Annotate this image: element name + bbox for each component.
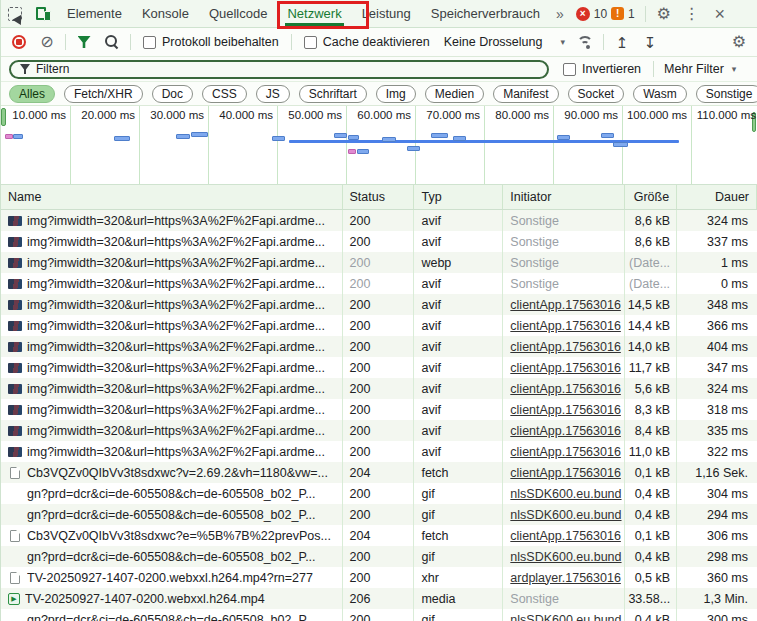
network-conditions-button[interactable]	[573, 31, 597, 53]
table-row[interactable]: TV-20250927-1407-0200.webxxl.h264.mp4?rn…	[1, 567, 757, 588]
filter-chip-css[interactable]: CSS	[202, 85, 247, 103]
initiator-text[interactable]: clientApp.17563016	[510, 529, 621, 543]
filter-chip-img[interactable]: Img	[376, 85, 416, 103]
request-name-cell[interactable]: img?imwidth=320&url=https%3A%2F%2Fapi.ar…	[1, 231, 343, 252]
clear-network-log-button[interactable]: ⊘	[35, 31, 59, 53]
request-name-cell[interactable]: img?imwidth=320&url=https%3A%2F%2Fapi.ar…	[1, 378, 343, 399]
request-name-cell[interactable]: ▶ TV-20250927-1407-0200.webxxl.h264.mp4	[1, 588, 343, 609]
request-name-cell[interactable]: img?imwidth=320&url=https%3A%2F%2Fapi.ar…	[1, 315, 343, 336]
table-row[interactable]: gn?prd=dcr&ci=de-605508&ch=de-605508_b02…	[1, 546, 757, 567]
request-name-cell[interactable]: img?imwidth=320&url=https%3A%2F%2Fapi.ar…	[1, 399, 343, 420]
tab-leistung[interactable]: Leistung	[352, 0, 421, 27]
initiator-text[interactable]: clientApp.17563016	[510, 424, 621, 438]
column-header-dauer[interactable]: Dauer	[677, 185, 757, 209]
filter-chip-wasm[interactable]: Wasm	[633, 85, 687, 103]
request-name-cell[interactable]: gn?prd=dcr&ci=de-605508&ch=de-605508_b02…	[1, 546, 343, 567]
tab-konsole[interactable]: Konsole	[132, 0, 199, 27]
table-row[interactable]: ▶ TV-20250927-1407-0200.webxxl.h264.mp4 …	[1, 588, 757, 609]
device-toolbar-button[interactable]	[31, 3, 55, 25]
import-har-button[interactable]: ↥	[610, 31, 634, 53]
search-button[interactable]	[100, 31, 124, 53]
record-network-log-button[interactable]	[7, 31, 31, 53]
inspect-element-button[interactable]	[3, 3, 27, 25]
export-har-button[interactable]: ↧	[638, 31, 662, 53]
request-name-cell[interactable]: img?imwidth=320&url=https%3A%2F%2Fapi.ar…	[1, 357, 343, 378]
table-row[interactable]: img?imwidth=320&url=https%3A%2F%2Fapi.ar…	[1, 420, 757, 441]
table-row[interactable]: img?imwidth=320&url=https%3A%2F%2Fapi.ar…	[1, 231, 757, 252]
table-row[interactable]: img?imwidth=320&url=https%3A%2F%2Fapi.ar…	[1, 294, 757, 315]
tab-netzwerk[interactable]: Netzwerk	[277, 0, 351, 27]
table-row[interactable]: img?imwidth=320&url=https%3A%2F%2Fapi.ar…	[1, 399, 757, 420]
initiator-text[interactable]: clientApp.17563016	[510, 361, 621, 375]
column-header-typ[interactable]: Typ	[414, 185, 503, 209]
filter-chip-schriftart[interactable]: Schriftart	[299, 85, 367, 103]
filter-chip-medien[interactable]: Medien	[425, 85, 484, 103]
initiator-text[interactable]: clientApp.17563016	[510, 340, 621, 354]
initiator-text[interactable]: nlsSDK600.eu.bund	[510, 487, 621, 501]
initiator-text[interactable]: clientApp.17563016	[510, 298, 621, 312]
table-row[interactable]: img?imwidth=320&url=https%3A%2F%2Fapi.ar…	[1, 378, 757, 399]
request-name-cell[interactable]: img?imwidth=320&url=https%3A%2F%2Fapi.ar…	[1, 252, 343, 273]
initiator-text[interactable]: clientApp.17563016	[510, 382, 621, 396]
invert-checkbox[interactable]	[563, 63, 576, 76]
initiator-text[interactable]: nlsSDK600.eu.bund	[510, 550, 621, 564]
table-row[interactable]: img?imwidth=320&url=https%3A%2F%2Fapi.ar…	[1, 252, 757, 273]
more-filters-dropdown[interactable]: Mehr Filter ▾	[664, 62, 736, 76]
filter-chip-alles[interactable]: Alles	[9, 85, 55, 103]
table-row[interactable]: gn?prd=dcr&ci=de-605508&ch=de-605508_b02…	[1, 504, 757, 525]
filter-chip-doc[interactable]: Doc	[152, 85, 193, 103]
initiator-text[interactable]: clientApp.17563016	[510, 319, 621, 333]
network-settings-button[interactable]: ⚙	[727, 31, 751, 53]
column-header-name[interactable]: Name	[1, 185, 343, 209]
table-row[interactable]: gn?prd=dcr&ci=de-605508&ch=de-605508_b02…	[1, 609, 757, 621]
request-name-cell[interactable]: img?imwidth=320&url=https%3A%2F%2Fapi.ar…	[1, 336, 343, 357]
initiator-text[interactable]: ardplayer.17563016	[510, 571, 621, 585]
preserve-log-checkbox[interactable]	[143, 36, 156, 49]
table-row[interactable]: img?imwidth=320&url=https%3A%2F%2Fapi.ar…	[1, 336, 757, 357]
request-name-cell[interactable]: gn?prd=dcr&ci=de-605508&ch=de-605508_b02…	[1, 483, 343, 504]
table-row[interactable]: Cb3VQZv0QIbVv3t8sdxwc?v=2.69.2&vh=1180&v…	[1, 462, 757, 483]
table-row[interactable]: img?imwidth=320&url=https%3A%2F%2Fapi.ar…	[1, 210, 757, 231]
initiator-text[interactable]: clientApp.17563016	[510, 445, 621, 459]
menu-button[interactable]: ⋮	[680, 3, 704, 25]
filter-chip-js[interactable]: JS	[256, 85, 290, 103]
request-name-cell[interactable]: TV-20250927-1407-0200.webxxl.h264.mp4?rn…	[1, 567, 343, 588]
initiator-text[interactable]: clientApp.17563016	[510, 466, 621, 480]
initiator-text[interactable]: nlsSDK600.eu.bund	[510, 508, 621, 522]
warning-badge-icon[interactable]: !	[611, 7, 624, 20]
filter-chip-manifest[interactable]: Manifest	[493, 85, 558, 103]
filter-input[interactable]: Filtern	[9, 60, 549, 79]
table-row[interactable]: img?imwidth=320&url=https%3A%2F%2Fapi.ar…	[1, 315, 757, 336]
column-header-groesse[interactable]: Größe	[625, 185, 677, 209]
request-name-cell[interactable]: img?imwidth=320&url=https%3A%2F%2Fapi.ar…	[1, 294, 343, 315]
network-overview-timeline[interactable]: 10.000 ms20.000 ms30.000 ms40.000 ms50.0…	[1, 106, 757, 185]
column-header-initiator[interactable]: Initiator	[503, 185, 625, 209]
table-row[interactable]: img?imwidth=320&url=https%3A%2F%2Fapi.ar…	[1, 441, 757, 462]
request-name-cell[interactable]: gn?prd=dcr&ci=de-605508&ch=de-605508_b02…	[1, 504, 343, 525]
table-row[interactable]: Cb3VQZv0QIbVv3t8sdxwc?e=%5B%7B%22prevPos…	[1, 525, 757, 546]
table-row[interactable]: gn?prd=dcr&ci=de-605508&ch=de-605508_b02…	[1, 483, 757, 504]
filter-chip-sonstige[interactable]: Sonstige	[696, 85, 757, 103]
table-row[interactable]: img?imwidth=320&url=https%3A%2F%2Fapi.ar…	[1, 273, 757, 294]
request-name-cell[interactable]: img?imwidth=320&url=https%3A%2F%2Fapi.ar…	[1, 273, 343, 294]
request-name-cell[interactable]: img?imwidth=320&url=https%3A%2F%2Fapi.ar…	[1, 420, 343, 441]
request-name-cell[interactable]: Cb3VQZv0QIbVv3t8sdxwc?v=2.69.2&vh=1180&v…	[1, 462, 343, 483]
table-row[interactable]: img?imwidth=320&url=https%3A%2F%2Fapi.ar…	[1, 357, 757, 378]
tab-quellcode[interactable]: Quellcode	[199, 0, 278, 27]
filter-chip-fetch-xhr[interactable]: Fetch/XHR	[64, 85, 143, 103]
throttling-select[interactable]: Keine Drosselung ▾	[444, 35, 565, 49]
column-header-status[interactable]: Status	[343, 185, 415, 209]
request-name-cell[interactable]: gn?prd=dcr&ci=de-605508&ch=de-605508_b02…	[1, 609, 343, 621]
initiator-text[interactable]: clientApp.17563016	[510, 403, 621, 417]
more-tabs-button[interactable]: »	[550, 6, 570, 22]
request-name-cell[interactable]: img?imwidth=320&url=https%3A%2F%2Fapi.ar…	[1, 441, 343, 462]
request-name-cell[interactable]: img?imwidth=320&url=https%3A%2F%2Fapi.ar…	[1, 210, 343, 231]
tab-speicherverbrauch[interactable]: Speicherverbrauch	[421, 0, 550, 27]
initiator-text[interactable]: nlsSDK600.eu.bund	[510, 613, 621, 621]
filter-toggle-button[interactable]	[72, 31, 96, 53]
close-devtools-button[interactable]: ×	[708, 3, 732, 25]
error-badge-icon[interactable]: ×	[576, 7, 590, 21]
filter-chip-socket[interactable]: Socket	[568, 85, 625, 103]
tab-elemente[interactable]: Elemente	[57, 0, 132, 27]
settings-button[interactable]: ⚙	[652, 3, 676, 25]
